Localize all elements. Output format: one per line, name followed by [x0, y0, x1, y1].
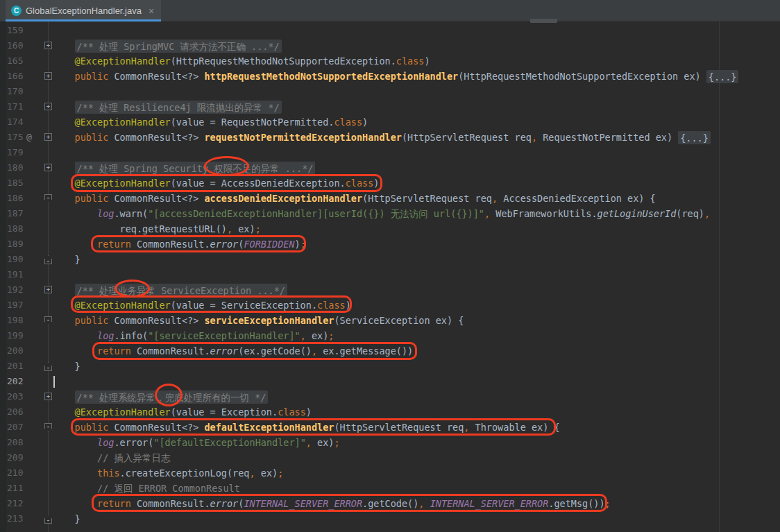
code-token: return: [97, 345, 131, 357]
code-line-213[interactable]: 213- }: [0, 511, 780, 526]
fold-expand-icon[interactable]: +: [44, 286, 52, 293]
fold-collapse-icon[interactable]: -: [44, 316, 52, 325]
code-token: Throwable ex) {: [469, 422, 559, 433]
tab-global-exception-handler[interactable]: C GlobalExceptionHandler.java ×: [6, 0, 161, 22]
code-token: ;: [605, 498, 611, 509]
code-text: return CommonResult.error(INTERNAL_SERVE…: [52, 496, 611, 511]
code-token: INTERNAL_SERVER_ERROR: [244, 498, 362, 509]
line-number: 171: [7, 99, 23, 114]
code-token: (HttpServletRequest req: [362, 193, 492, 204]
code-line-186[interactable]: 186- public CommonResult<?> accessDenied…: [0, 191, 780, 206]
code-text: }: [52, 359, 80, 374]
code-text: public CommonResult<?> serviceExceptionH…: [52, 313, 464, 328]
code-line-198[interactable]: 198- public CommonResult<?> serviceExcep…: [0, 313, 780, 328]
fold-expand-icon[interactable]: +: [44, 164, 52, 171]
code-token: // 返回 ERROR CommonResult: [97, 483, 240, 494]
line-number: 198: [7, 313, 23, 328]
code-line-208[interactable]: 208 log.error("[defaultExceptionHandler]…: [0, 435, 780, 450]
code-token: return: [97, 239, 131, 250]
code-line-160[interactable]: 160+ /** 处理 SpringMVC 请求方法不正确 ...*/: [0, 38, 780, 53]
fold-expand-icon[interactable]: +: [44, 42, 52, 49]
code-token: [52, 467, 97, 479]
code-token: error: [210, 498, 239, 509]
code-line-179[interactable]: 179: [0, 145, 780, 160]
code-token: }: [52, 361, 80, 372]
folded-block-placeholder[interactable]: {...}: [706, 70, 739, 83]
code-token: [52, 208, 97, 219]
code-text: /** 处理业务异常 ServiceException ...*/: [52, 282, 287, 298]
code-line-170[interactable]: 170: [0, 84, 780, 99]
fold-expand-icon[interactable]: +: [44, 393, 52, 400]
code-text: public CommonResult<?> defaultExceptionH…: [52, 420, 560, 435]
line-number: 202: [7, 374, 23, 389]
code-line-192[interactable]: 192+ /** 处理业务异常 ServiceException ...*/: [0, 282, 780, 298]
code-line-171[interactable]: 171+ /** 处理 Resilience4j 限流抛出的异常 */: [0, 99, 780, 114]
fold-collapse-icon[interactable]: -: [44, 423, 52, 432]
code-text: public CommonResult<?> accessDeniedExcep…: [52, 191, 656, 206]
code-token: [52, 498, 97, 509]
code-token: CommonResult<?>: [108, 71, 204, 82]
line-number: 159: [7, 23, 23, 38]
code-line-189[interactable]: 189 return CommonResult.error(FORBIDDEN)…: [0, 237, 780, 252]
code-line-159[interactable]: 159: [0, 23, 780, 38]
code-line-210[interactable]: 210 this.createExceptionLog(req, ex);: [0, 465, 780, 481]
code-editor[interactable]: 159160+ /** 处理 SpringMVC 请求方法不正确 ...*/16…: [0, 22, 780, 532]
code-line-206[interactable]: 206 @ExceptionHandler(value = Exception.…: [0, 404, 780, 420]
code-token: ): [424, 55, 430, 67]
code-line-201[interactable]: 201- }: [0, 359, 780, 374]
code-text: }: [52, 252, 80, 267]
code-line-197[interactable]: 197 @ExceptionHandler(value = ServiceExc…: [0, 298, 780, 313]
line-number: 180: [7, 160, 23, 175]
code-line-166[interactable]: 166+ public CommonResult<?> httpRequestM…: [0, 69, 780, 84]
code-line-211[interactable]: 211 // 返回 ERROR CommonResult: [0, 481, 780, 496]
fold-collapse-icon[interactable]: -: [44, 194, 52, 203]
code-line-180[interactable]: 180+ /** 处理 Spring Security 权限不足的异常 ...*…: [0, 160, 780, 175]
line-number: 197: [7, 298, 23, 313]
code-line-190[interactable]: 190- }: [0, 252, 780, 267]
code-line-175[interactable]: 175@+ public CommonResult<?> requestNotP…: [0, 130, 780, 145]
code-token: [52, 330, 97, 341]
fold-collapse-icon[interactable]: -: [44, 515, 52, 524]
code-token: [52, 193, 75, 204]
code-token: log: [97, 330, 114, 341]
code-line-165[interactable]: 165 @ExceptionHandler(HttpRequestMethodN…: [0, 53, 780, 69]
fold-expand-icon[interactable]: +: [44, 72, 52, 80]
tab-close-icon[interactable]: ×: [149, 6, 154, 16]
code-token: [52, 284, 75, 295]
code-line-185[interactable]: 185 @ExceptionHandler(value = AccessDeni…: [0, 175, 780, 191]
code-token: ): [362, 117, 368, 128]
code-text: /** 处理 Resilience4j 限流抛出的异常 */: [52, 99, 282, 114]
code-token: class: [278, 406, 306, 418]
code-token: [52, 162, 75, 173]
fold-collapse-icon[interactable]: -: [44, 255, 52, 264]
code-text: @ExceptionHandler(value = AccessDeniedEx…: [52, 175, 379, 191]
fold-expand-icon[interactable]: +: [44, 133, 52, 141]
code-token: ,: [300, 330, 306, 341]
code-line-203[interactable]: 203+ /** 处理系统异常，兜底处理所有的一切 */: [0, 389, 780, 404]
code-line-199[interactable]: 199 log.info("[serviceExceptionHandler]"…: [0, 328, 780, 343]
code-line-202[interactable]: 202: [0, 374, 780, 389]
code-token: .info(: [114, 330, 148, 341]
code-line-212[interactable]: 212 return CommonResult.error(INTERNAL_S…: [0, 496, 780, 511]
code-token: ;: [413, 345, 418, 357]
code-line-191[interactable]: 191: [0, 267, 780, 282]
fold-collapse-icon[interactable]: -: [44, 362, 52, 371]
code-token: return: [97, 498, 131, 509]
code-line-188[interactable]: 188 req.getRequestURL(), ex);: [0, 221, 780, 237]
code-token: @ExceptionHandler: [75, 117, 171, 128]
code-token: ,: [532, 132, 537, 143]
editor-tab-bar: C GlobalExceptionHandler.java ×: [0, 0, 780, 22]
code-line-209[interactable]: 209 // 插入异常日志: [0, 450, 780, 465]
code-token: class: [317, 300, 346, 311]
code-line-187[interactable]: 187 log.warn("[accessDeniedExceptionHand…: [0, 206, 780, 221]
fold-expand-icon[interactable]: +: [44, 103, 52, 110]
code-token: .createExceptionLog(req: [120, 467, 250, 479]
code-token: req.getRequestURL(): [52, 223, 227, 234]
code-line-207[interactable]: 207- public CommonResult<?> defaultExcep…: [0, 420, 780, 435]
code-token: CommonResult<?>: [108, 315, 204, 326]
code-line-174[interactable]: 174 @ExceptionHandler(value = RequestNot…: [0, 114, 780, 130]
code-line-200[interactable]: 200 return CommonResult.error(ex.getCode…: [0, 343, 780, 359]
code-token: (value = RequestNotPermitted.: [171, 117, 334, 128]
folded-block-placeholder[interactable]: {...}: [678, 131, 711, 144]
text-caret: [53, 376, 55, 388]
